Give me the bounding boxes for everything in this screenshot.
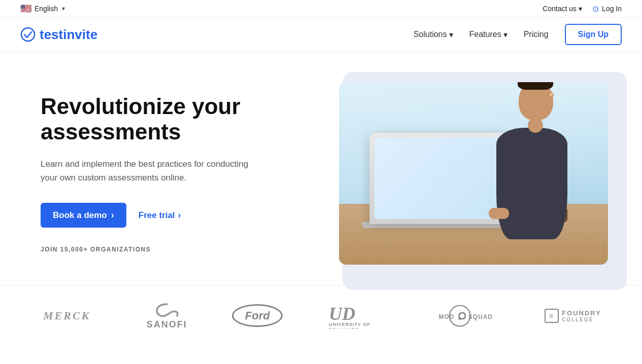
ford-logo: Ford	[232, 304, 283, 327]
logo[interactable]: testinvite	[20, 27, 97, 43]
contact-us-button[interactable]: Contact us ▾	[543, 5, 582, 13]
ud-svg: U D UNIVERSITY OF DELAWARE	[328, 301, 389, 329]
nav-pricing[interactable]: Pricing	[524, 30, 549, 39]
main-nav: testinvite Solutions ▾ Features ▾ Pricin…	[0, 18, 642, 52]
log-in-button[interactable]: ⊙ Log In	[592, 4, 622, 14]
hero-actions: Book a demo › Free trial ›	[41, 203, 294, 228]
arrow-right-icon: ›	[111, 210, 114, 221]
hero-image-wrapper	[325, 82, 622, 265]
svg-text:DELAWARE: DELAWARE	[329, 327, 359, 329]
merck-svg: MERCK	[41, 304, 102, 324]
log-in-label: Log In	[602, 5, 622, 13]
hero-subtitle: Learn and implement the best practices f…	[41, 157, 254, 185]
sanofi-icon-svg	[154, 302, 180, 319]
hero-title: Revolutionize your assessments	[41, 94, 294, 145]
features-label: Features	[469, 30, 501, 39]
logo-text: testinvite	[40, 27, 97, 43]
book-demo-button[interactable]: Book a demo ›	[41, 203, 126, 228]
flag-icon: 🇺🇸	[20, 3, 31, 14]
language-label: English	[35, 5, 58, 13]
features-chevron: ▾	[503, 30, 508, 40]
free-trial-arrow: ›	[178, 210, 181, 221]
sanofi-logo: SANOFI	[147, 302, 187, 330]
logo-invite: invite	[63, 27, 97, 42]
signup-button[interactable]: Sign Up	[565, 24, 622, 45]
contact-chevron: ▾	[579, 5, 582, 13]
free-trial-link[interactable]: Free trial ›	[139, 210, 181, 221]
person-hair	[518, 82, 553, 90]
language-selector[interactable]: 🇺🇸 English ▾	[20, 3, 65, 14]
partners-logos: MERCK SANOFI Ford U	[41, 301, 601, 331]
pricing-label: Pricing	[524, 30, 549, 39]
logo-checkmark-icon	[20, 27, 36, 42]
svg-text:UNIVERSITY OF: UNIVERSITY OF	[329, 322, 370, 327]
nav-links: Solutions ▾ Features ▾ Pricing Sign Up	[414, 24, 622, 45]
modsquad-svg: MOD SQUAD	[434, 302, 500, 330]
free-trial-label: Free trial	[139, 210, 175, 221]
solutions-label: Solutions	[414, 30, 447, 39]
solutions-chevron: ▾	[449, 30, 453, 40]
laptop-screen	[375, 138, 506, 219]
partners-bar: MERCK SANOFI Ford U	[0, 285, 642, 346]
svg-text:MOD: MOD	[438, 313, 454, 320]
modsquad-logo: MOD SQUAD	[434, 302, 500, 330]
book-demo-label: Book a demo	[53, 210, 107, 221]
svg-text:U: U	[329, 304, 343, 324]
earring	[549, 92, 554, 97]
top-bar-right: Contact us ▾ ⊙ Log In	[543, 4, 622, 14]
join-organizations-text: JOIN 15,000+ ORGANIZATIONS	[41, 246, 294, 253]
login-icon: ⊙	[592, 4, 599, 14]
nav-features[interactable]: Features ▾	[469, 30, 508, 40]
university-delaware-logo: U D UNIVERSITY OF DELAWARE	[328, 301, 389, 331]
hero-image-card	[339, 82, 608, 265]
person-hand	[489, 208, 509, 219]
merck-logo: MERCK	[41, 304, 102, 327]
hero-section: Revolutionize your assessments Learn and…	[0, 52, 642, 285]
svg-text:SQUAD: SQUAD	[468, 313, 492, 320]
top-bar: 🇺🇸 English ▾ Contact us ▾ ⊙ Log In	[0, 0, 642, 18]
svg-text:D: D	[342, 304, 355, 324]
contact-us-label: Contact us	[543, 5, 577, 13]
person-illustration	[339, 82, 608, 265]
svg-point-0	[21, 28, 35, 41]
foundry-icon: ≡	[545, 309, 559, 323]
logo-test: test	[40, 27, 63, 42]
foundry-college-logo: ≡ FOUNDRY COLLEGE	[545, 309, 601, 323]
language-chevron: ▾	[62, 5, 65, 12]
nav-solutions[interactable]: Solutions ▾	[414, 30, 453, 40]
hero-content: Revolutionize your assessments Learn and…	[41, 94, 294, 253]
svg-text:MERCK: MERCK	[43, 309, 90, 322]
svg-point-8	[460, 314, 464, 318]
